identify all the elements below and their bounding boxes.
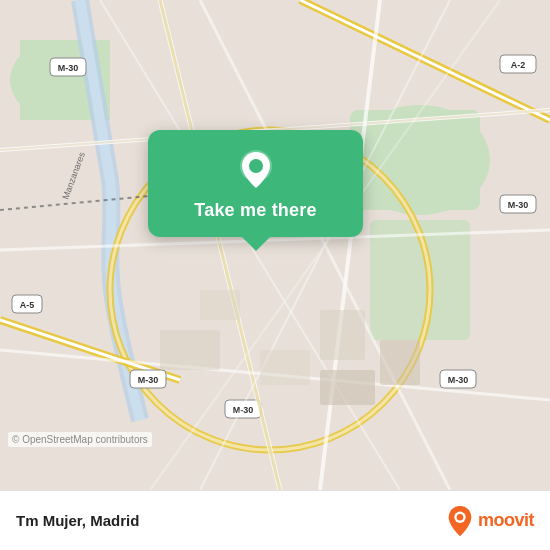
bottom-bar: Tm Mujer, Madrid moovit [0, 490, 550, 550]
popup-card: Take me there [148, 130, 363, 237]
svg-point-46 [249, 159, 263, 173]
moovit-pin-icon [446, 504, 474, 538]
svg-point-48 [457, 513, 464, 520]
location-pin-icon [234, 148, 278, 192]
moovit-brand-text: moovit [478, 510, 534, 531]
svg-rect-43 [320, 370, 375, 405]
svg-text:M-30: M-30 [508, 200, 529, 210]
svg-rect-40 [260, 350, 310, 385]
copyright-text: © OpenStreetMap contributors [8, 432, 152, 447]
svg-text:M-30: M-30 [58, 63, 79, 73]
svg-rect-39 [160, 330, 220, 370]
svg-text:M-30: M-30 [138, 375, 159, 385]
map-container: M-30 M-30 M-30 M-30 M-30 A-2 A-5 [0, 0, 550, 490]
svg-rect-42 [200, 290, 240, 320]
svg-rect-44 [380, 340, 420, 385]
svg-text:A-5: A-5 [20, 300, 35, 310]
svg-text:A-2: A-2 [511, 60, 526, 70]
take-me-there-button[interactable]: Take me there [194, 200, 316, 221]
moovit-logo: moovit [446, 504, 534, 538]
location-name: Tm Mujer, Madrid [16, 512, 139, 529]
svg-rect-41 [320, 310, 365, 360]
location-info: Tm Mujer, Madrid [16, 512, 139, 529]
svg-text:M-30: M-30 [448, 375, 469, 385]
